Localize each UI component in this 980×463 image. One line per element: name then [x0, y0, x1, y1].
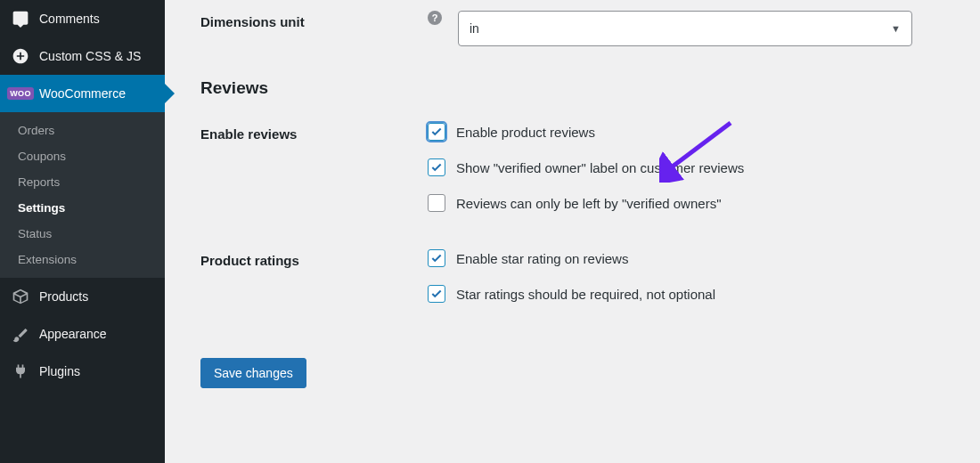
show-verified-checkbox[interactable]: [428, 158, 445, 176]
sidebar-item-plugins[interactable]: Plugins: [0, 353, 165, 390]
sidebar-label: WooCommerce: [39, 86, 126, 101]
sidebar-item-comments[interactable]: Comments: [0, 0, 165, 37]
sidebar-item-woocommerce[interactable]: WOO WooCommerce: [0, 75, 165, 112]
sidebar-item-customcss[interactable]: Custom CSS & JS: [0, 37, 165, 75]
sidebar-label: Comments: [39, 12, 100, 26]
enable-reviews-row: Enable reviews Enable product reviews Sh…: [200, 123, 955, 230]
submenu-extensions[interactable]: Extensions: [0, 247, 165, 272]
sidebar-label: Products: [39, 289, 88, 304]
dimensions-select[interactable]: in ▼: [458, 11, 912, 46]
submenu-settings[interactable]: Settings: [0, 195, 165, 221]
save-button[interactable]: Save changes: [200, 358, 306, 388]
plus-circle-icon: [11, 46, 30, 66]
star-required-checkbox[interactable]: [428, 285, 445, 303]
product-ratings-label: Product ratings: [200, 249, 428, 268]
admin-sidebar: Comments Custom CSS & JS WOO WooCommerce…: [0, 0, 165, 463]
help-icon[interactable]: ?: [428, 11, 442, 25]
checkbox-label: Enable star rating on reviews: [456, 251, 628, 266]
submenu-orders[interactable]: Orders: [0, 118, 165, 143]
check-icon: [430, 252, 443, 264]
enable-product-reviews-checkbox[interactable]: [428, 123, 445, 141]
sidebar-item-appearance[interactable]: Appearance: [0, 315, 165, 353]
submenu-coupons[interactable]: Coupons: [0, 143, 165, 169]
comment-icon: [11, 9, 30, 28]
sidebar-label: Custom CSS & JS: [39, 49, 141, 63]
plug-icon: [11, 361, 30, 381]
brush-icon: [11, 324, 30, 344]
sidebar-label: Appearance: [39, 327, 107, 341]
woocommerce-submenu: Orders Coupons Reports Settings Status E…: [0, 112, 165, 278]
checkbox-label: Reviews can only be left by "verified ow…: [456, 196, 721, 211]
check-icon: [430, 288, 443, 300]
chevron-down-icon: ▼: [891, 23, 901, 34]
reviews-heading: Reviews: [200, 78, 955, 98]
settings-content: Dimensions unit ? in ▼ Reviews Enable re…: [165, 0, 980, 463]
verified-only-checkbox[interactable]: [428, 194, 445, 212]
sidebar-item-products[interactable]: Products: [0, 278, 165, 315]
enable-star-rating-checkbox[interactable]: [428, 249, 445, 267]
sidebar-label: Plugins: [39, 364, 80, 378]
enable-reviews-label: Enable reviews: [200, 123, 428, 142]
checkbox-label: Show "verified owner" label on customer …: [456, 160, 744, 175]
check-icon: [430, 126, 443, 138]
dimensions-label: Dimensions unit: [200, 11, 428, 29]
box-icon: [11, 287, 30, 306]
product-ratings-row: Product ratings Enable star rating on re…: [200, 249, 955, 321]
woo-icon: WOO: [11, 84, 30, 103]
select-value: in: [470, 21, 479, 36]
checkbox-label: Enable product reviews: [456, 125, 595, 140]
submenu-reports[interactable]: Reports: [0, 169, 165, 195]
submenu-status[interactable]: Status: [0, 221, 165, 247]
dimensions-row: Dimensions unit ? in ▼: [200, 11, 955, 46]
checkbox-label: Star ratings should be required, not opt…: [456, 287, 715, 302]
check-icon: [430, 161, 443, 174]
